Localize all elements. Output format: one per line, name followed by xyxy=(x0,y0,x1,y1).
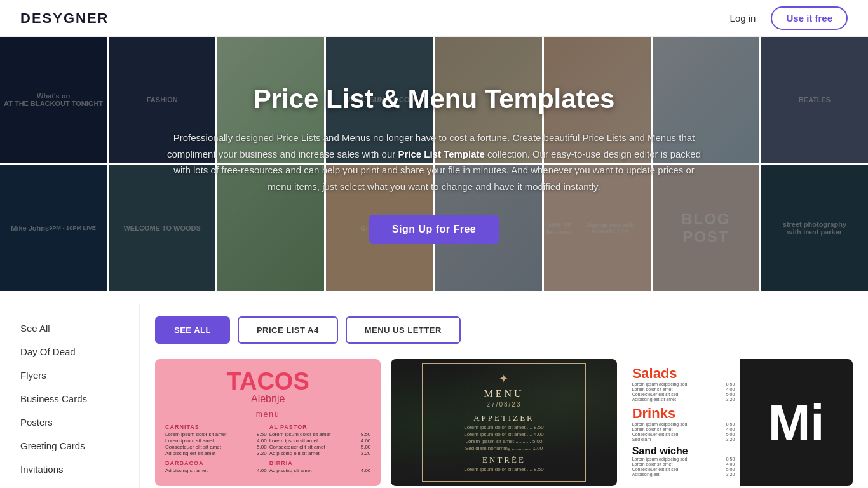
hero-tile: BEATLES xyxy=(761,37,868,163)
sidebar-item-flyers[interactable]: Flyers xyxy=(20,363,139,387)
templates-area: SEE ALL PRICE LIST A4 MENU US LETTER TAC… xyxy=(140,304,868,488)
filter-tabs: SEE ALL PRICE LIST A4 MENU US LETTER xyxy=(155,316,853,344)
sidebar-item-greeting-cards[interactable]: Greeting Cards xyxy=(20,434,139,458)
filter-tab-menu-us-letter[interactable]: MENU US LETTER xyxy=(346,316,461,344)
logo: DESYGNER xyxy=(20,10,109,27)
salads-label: Salads xyxy=(632,365,735,382)
signup-button[interactable]: Sign Up for Free xyxy=(369,215,499,244)
menu-date: 27/08/23 xyxy=(435,401,573,408)
templates-grid: TACOS Alebrije menu CARNITAS Lorem ipsum… xyxy=(155,359,853,486)
hero-description: Professionally designed Price Lists and … xyxy=(161,130,707,194)
salads-right-panel: Mi xyxy=(740,359,853,486)
sidebar-item-day-of-dead[interactable]: Day Of Dead xyxy=(20,340,139,363)
sidebar-item-posters[interactable]: Posters xyxy=(20,410,139,434)
drinks-label: Drinks xyxy=(632,405,735,422)
hero-tile: What's onAT THE BLACKOUT TONIGHT xyxy=(0,37,107,163)
main-content: See All Day Of Dead Flyers Business Card… xyxy=(0,291,868,488)
tacos-columns: CARNITAS Lorem ipsum dolor sit amet8.50 … xyxy=(165,424,370,474)
hero-section: What's onAT THE BLACKOUT TONIGHT FASHION… xyxy=(0,37,868,291)
sidebar-item-business-cards[interactable]: Business Cards xyxy=(20,387,139,410)
header: DESYGNER Log in Use it free xyxy=(0,0,868,37)
use-free-button[interactable]: Use it free xyxy=(771,6,848,30)
tacos-menu-label: menu xyxy=(256,410,280,419)
tacos-subtitle: Alebrije xyxy=(251,393,285,405)
hero-bold-text: Price List Template xyxy=(398,149,484,159)
tacos-title: TACOS xyxy=(227,369,309,393)
sidebar: See All Day Of Dead Flyers Business Card… xyxy=(0,304,140,488)
sidebar-item-resume-cvs[interactable]: Resume & CVs xyxy=(20,481,139,488)
hero-title: Price List & Menu Templates xyxy=(161,84,707,114)
menu-inner-box: ✦ MENU 27/08/23 APPETIZER Lorem ipsum do… xyxy=(422,363,587,482)
menu-ornament: ✦ xyxy=(435,372,573,386)
hero-content: Price List & Menu Templates Professional… xyxy=(148,84,720,244)
tacos-col1: CARNITAS Lorem ipsum dolor sit amet8.50 … xyxy=(165,424,267,474)
header-actions: Log in Use it free xyxy=(730,6,848,30)
tacos-col2: AL PASTOR Lorem ipsum dolor sit amet8.50… xyxy=(269,424,371,474)
salads-left-panel: Salads Lorem ipsum adipiscing sed8.50 Lo… xyxy=(627,359,740,486)
hero-tile: street photographywith trent parker xyxy=(761,165,868,292)
hero-tile: Mike Johns9PM - 10PM LIVE xyxy=(0,165,107,292)
menu-title: MENU xyxy=(435,388,573,400)
template-card-menu-elegant[interactable]: ✦ MENU 27/08/23 APPETIZER Lorem ipsum do… xyxy=(391,359,616,486)
sidebar-item-see-all[interactable]: See All xyxy=(20,316,139,340)
sandwich-label: Sand wiche xyxy=(632,445,735,457)
login-button[interactable]: Log in xyxy=(730,13,756,24)
filter-tab-price-list-a4[interactable]: PRICE LIST A4 xyxy=(238,316,338,344)
sidebar-item-invitations[interactable]: Invitations xyxy=(20,458,139,481)
template-card-salads[interactable]: Salads Lorem ipsum adipiscing sed8.50 Lo… xyxy=(627,359,853,486)
menu-section-2: ENTRÉE xyxy=(435,455,573,465)
salads-big-letter: Mi xyxy=(768,398,825,449)
menu-section-1: APPETIZER xyxy=(435,413,573,423)
template-card-tacos[interactable]: TACOS Alebrije menu CARNITAS Lorem ipsum… xyxy=(155,359,381,486)
filter-tab-see-all[interactable]: SEE ALL xyxy=(155,316,230,344)
